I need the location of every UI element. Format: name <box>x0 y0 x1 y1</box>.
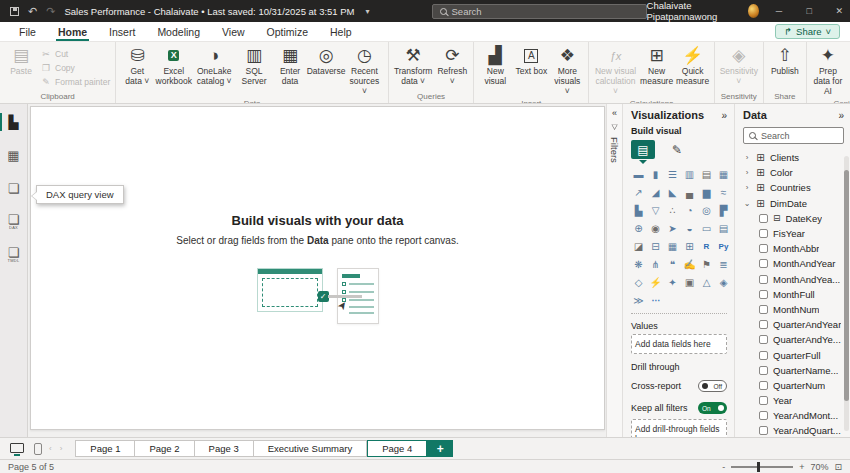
decomposition-tree-icon[interactable]: ⋔ <box>648 257 663 271</box>
field-monthandyea[interactable]: MonthAndYea... <box>743 272 844 287</box>
tab-optimize[interactable]: Optimize <box>256 22 319 42</box>
recent-sources-button[interactable]: ◷Recent sources ˅ <box>344 44 385 98</box>
chevron-right-icon[interactable]: › <box>743 153 751 162</box>
data-pane-scrollbar[interactable] <box>844 156 849 431</box>
field-checkbox[interactable] <box>759 305 768 314</box>
slicer-icon[interactable]: ⊟ <box>648 239 663 253</box>
metrics-icon[interactable]: ⚑ <box>699 257 714 271</box>
build-visual-tab-icon[interactable]: ▤ <box>631 140 655 159</box>
matrix-icon[interactable]: ⊞ <box>682 239 697 253</box>
get-more-visuals-icon[interactable]: ≫ <box>631 293 646 307</box>
pie-chart-icon[interactable]: ◔ <box>682 203 697 217</box>
line-and-clustered-column-chart-icon[interactable]: ▆ <box>699 185 714 199</box>
line-and-stacked-column-chart-icon[interactable]: ▄ <box>682 185 697 199</box>
field-checkbox[interactable] <box>759 396 768 405</box>
page-tab-page-1[interactable]: Page 1 <box>75 440 135 457</box>
collapse-visualizations-icon[interactable]: » <box>721 110 727 121</box>
field-fisyear[interactable]: FisYear <box>743 226 844 241</box>
azure-map-icon[interactable]: ➤ <box>665 221 680 235</box>
100-stacked-bar-chart-icon[interactable]: ▤ <box>699 167 714 181</box>
chevron-down-icon[interactable]: ⌄ <box>743 199 751 208</box>
values-dropzone[interactable]: Add data fields here <box>631 334 727 354</box>
mobile-view-icon[interactable] <box>34 443 42 455</box>
tmdl-view-icon[interactable]: ❏TMDL <box>2 242 26 266</box>
onelake-catalog-button[interactable]: ◑OneLake catalog ˅ <box>192 44 236 89</box>
chevron-right-icon[interactable]: › <box>743 168 751 177</box>
field-checkbox[interactable] <box>759 320 768 329</box>
zoom-out-button[interactable]: - <box>722 462 725 472</box>
100-stacked-column-chart-icon[interactable]: ▦ <box>716 167 731 181</box>
undo-icon[interactable]: ↶ <box>28 6 37 17</box>
tab-view[interactable]: View <box>211 22 256 42</box>
more-options-icon[interactable]: ⋯ <box>648 293 663 307</box>
close-button[interactable]: ✕ <box>829 6 849 16</box>
new-visual-button[interactable]: ▟New visual <box>477 44 513 89</box>
table-color[interactable]: ›⊞Color <box>743 165 844 180</box>
field-checkbox[interactable] <box>759 351 768 360</box>
field-quartername[interactable]: QuarterName... <box>743 363 844 378</box>
stacked-area-chart-icon[interactable]: ◣ <box>665 185 680 199</box>
key-influencers-icon[interactable]: ❋ <box>631 257 646 271</box>
table-view-icon[interactable]: ▦ <box>2 143 26 167</box>
field-checkbox[interactable] <box>759 229 768 238</box>
waterfall-chart-icon[interactable]: ▙ <box>631 203 646 217</box>
donut-chart-icon[interactable]: ◎ <box>699 203 714 217</box>
get-data-button[interactable]: ⛁Get data ˅ <box>119 44 155 89</box>
field-checkbox[interactable] <box>759 335 768 344</box>
field-checkbox[interactable] <box>759 426 768 435</box>
clustered-bar-chart-icon[interactable]: ☰ <box>665 167 680 181</box>
maximize-button[interactable]: □ <box>799 6 819 16</box>
dax-query-view-icon[interactable]: ❏DAX <box>2 209 26 233</box>
paginated-report-icon[interactable]: ≣ <box>716 257 731 271</box>
table-icon[interactable]: ▦ <box>665 239 680 253</box>
copilot-button[interactable]: Copilot <box>846 44 850 79</box>
expand-filters-icon[interactable]: « <box>612 108 617 118</box>
field-quarternum[interactable]: QuarterNum <box>743 378 844 393</box>
excel-workbook-button[interactable]: XExcel workbook <box>155 44 192 89</box>
field-checkbox[interactable] <box>759 290 768 299</box>
arcgis-map-icon[interactable]: ◈ <box>716 275 731 289</box>
page-tab-page-3[interactable]: Page 3 <box>195 440 254 457</box>
gauge-icon[interactable]: ◒ <box>682 221 697 235</box>
power-automate-icon[interactable]: ⚡ <box>648 275 663 289</box>
data-search-input[interactable]: Search <box>743 127 844 144</box>
publish-button[interactable]: ⇧Publish <box>767 44 803 79</box>
stacked-bar-chart-icon[interactable]: ▬ <box>631 167 646 181</box>
field-checkbox[interactable] <box>759 244 768 253</box>
zoom-slider[interactable] <box>731 466 793 468</box>
tab-file[interactable]: File <box>8 22 47 42</box>
tab-home[interactable]: Home <box>47 22 98 42</box>
table-clients[interactable]: ›⊞Clients <box>743 150 844 165</box>
clustered-column-chart-icon[interactable]: ▥ <box>682 167 697 181</box>
field-checkbox[interactable] <box>759 275 768 284</box>
stacked-column-chart-icon[interactable]: ▮ <box>648 167 663 181</box>
format-visual-tab-icon[interactable]: ✎ <box>665 140 689 159</box>
pane-drag-divider[interactable] <box>631 313 727 314</box>
kpi-icon[interactable]: ◪ <box>631 239 646 253</box>
collapse-data-pane-icon[interactable]: » <box>838 110 844 121</box>
field-monthabbr[interactable]: MonthAbbr <box>743 241 844 256</box>
ribbon-chart-icon[interactable]: ≈ <box>716 185 731 199</box>
smart-narrative-icon[interactable]: ✍ <box>682 257 697 271</box>
line-chart-icon[interactable]: ↗ <box>631 185 646 199</box>
desktop-view-icon[interactable] <box>10 443 24 453</box>
user-name[interactable]: Chalaivate Pipatpannawong <box>647 0 739 22</box>
ai-insights-icon[interactable]: ✦ <box>665 275 680 289</box>
drill-through-dropzone[interactable]: Add drill-through fields here <box>631 419 727 437</box>
field-monthfull[interactable]: MonthFull <box>743 287 844 302</box>
minimize-button[interactable]: ─ <box>769 6 789 16</box>
field-checkbox[interactable] <box>759 214 768 223</box>
share-button[interactable]: ↱ Share ˅ <box>775 24 840 39</box>
charticulator-icon[interactable]: △ <box>699 275 714 289</box>
python-visual-icon[interactable]: Py <box>716 239 731 253</box>
filters-pane-label[interactable]: Filters <box>609 137 620 163</box>
enter-data-button[interactable]: ▦Enter data <box>272 44 308 89</box>
qa-visual-icon[interactable]: ❝ <box>665 257 680 271</box>
report-page[interactable]: Build visuals with your data Select or d… <box>30 106 605 430</box>
keep-all-filters-toggle[interactable]: On <box>698 402 727 414</box>
page-tab-page-4[interactable]: Page 4 <box>367 440 427 457</box>
new-page-button[interactable]: + <box>427 440 453 457</box>
tab-modeling[interactable]: Modeling <box>146 22 211 42</box>
field-checkbox[interactable] <box>759 381 768 390</box>
table-dimdate[interactable]: ⌄⊞DimDate <box>743 196 844 211</box>
